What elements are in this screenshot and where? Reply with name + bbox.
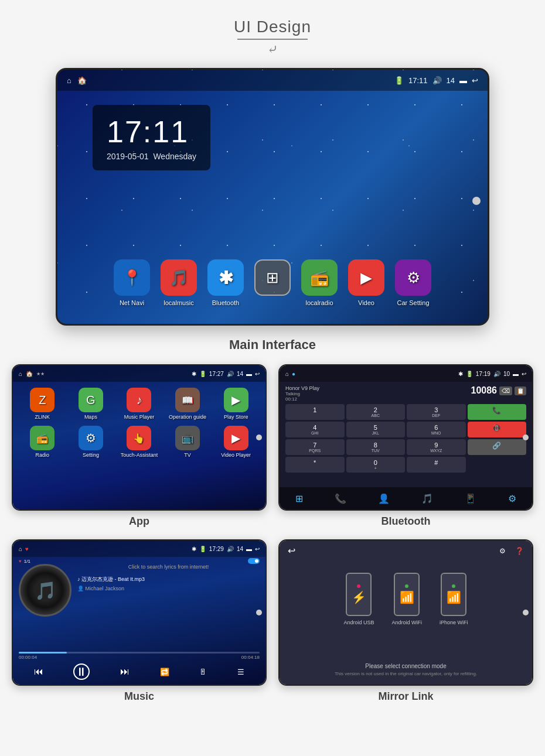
main-app-icons: 📍 Net Navi 🎵 localmusic ✱ Bluetooth ⊞ 📻 … <box>57 259 488 306</box>
mirror-bottom-text: Please select connection mode This versi… <box>280 663 532 676</box>
music-search-text: Click to search lyrics from internet! <box>77 564 260 570</box>
bt-action-link[interactable]: 🔗 <box>468 439 527 455</box>
screen-icon: ▬ <box>459 76 467 85</box>
app-localmusic[interactable]: 🎵 localmusic <box>161 259 197 306</box>
bt-key-6[interactable]: 6MNO <box>407 422 466 437</box>
chevron-down-icon: ⤶ <box>267 43 278 56</box>
bt-key-4[interactable]: 4GHI <box>285 422 345 437</box>
mirror-top-bar: ↩ ⚙ ❓ <box>280 541 532 561</box>
mirror-back-icon[interactable]: ↩ <box>288 545 295 556</box>
bt-key-2[interactable]: 2ABC <box>346 404 406 420</box>
mirror-iphone-wifi[interactable]: 📶 iPhone WiFi <box>440 573 468 625</box>
bt-key-0[interactable]: 0+ <box>346 457 406 473</box>
app-radio[interactable]: 📻 Radio <box>21 426 64 458</box>
music-progress: 00:00:04 00:04:18 <box>19 652 260 660</box>
bt-icon-phone[interactable]: 📱 <box>465 493 476 504</box>
music-next-icon[interactable]: ⏭ <box>120 666 130 677</box>
app-touch-assistant[interactable]: 👆 Touch-Assistant <box>118 426 161 458</box>
mirror-help-icon[interactable]: ❓ <box>515 547 524 555</box>
app-video[interactable]: ▶ Video <box>348 259 384 306</box>
music-current-time: 00:00:04 <box>19 655 37 660</box>
main-interface-wrapper: ⌂ 🏠 🔋 17:11 🔊 14 ▬ ↩ 17:11 2019-05-01 We… <box>56 68 489 326</box>
bt-key-9[interactable]: 9WXYZ <box>407 439 466 455</box>
bt-key-5[interactable]: 5JKL <box>346 422 406 437</box>
app-car-setting[interactable]: ⚙ Car Setting <box>395 259 431 306</box>
bluetooth-screen: ⌂● ✱🔋 17:19 🔊 10 ▬↩ Honor V9 Play <box>278 364 533 511</box>
music-album-art: 🎵 <box>19 564 71 617</box>
music-col: ⌂♥ ✱🔋 17:29 🔊 14 ▬↩ ♥ 1/1 <box>12 539 267 703</box>
clock-time: 17:11 <box>107 114 196 149</box>
mirror-screen: ↩ ⚙ ❓ ⚡ Android USB <box>278 539 533 686</box>
bt-icon-call[interactable]: 📞 <box>335 493 346 504</box>
main-screen: ⌂ 🏠 🔋 17:11 🔊 14 ▬ ↩ 17:11 2019-05-01 We… <box>56 68 489 326</box>
bluetooth-label: Bluetooth <box>382 515 431 528</box>
app-maps[interactable]: G Maps <box>70 388 113 420</box>
mirror-col: ↩ ⚙ ❓ ⚡ Android USB <box>278 539 533 703</box>
app-net-navi[interactable]: 📍 Net Navi <box>114 259 150 306</box>
app-tv[interactable]: 📺 TV <box>166 426 209 458</box>
bt-key-hash[interactable]: # <box>407 457 466 473</box>
bt-icon-contacts[interactable]: 👤 <box>378 493 390 504</box>
house-icon: 🏠 <box>77 76 87 85</box>
bt-key-3[interactable]: 3DEF <box>407 404 466 420</box>
main-battery: 14 <box>447 76 455 85</box>
music-artist: Michael Jackson <box>86 586 125 591</box>
music-eq-icon[interactable]: 🎚 <box>199 668 207 676</box>
app-status-bar: ⌂🏠★★ ✱🔋 17:27 🔊 14 ▬↩ <box>13 365 265 382</box>
mirror-scroll-dot <box>523 610 529 615</box>
bt-bottom-bar: ⊞ 📞 👤 🎵 📱 ⚙ <box>280 487 532 509</box>
app-setting[interactable]: ⚙ Setting <box>70 426 113 458</box>
bt-key-star[interactable]: * <box>285 457 345 473</box>
bt-call-number: 10086 <box>471 385 498 396</box>
app-zlink[interactable]: Z ZLINK <box>21 388 64 420</box>
bt-icon-settings[interactable]: ⚙ <box>508 493 516 504</box>
music-total-time: 00:04:18 <box>241 655 260 660</box>
page-title: UI Design <box>234 18 311 36</box>
bt-scroll-dot <box>523 435 529 440</box>
music-screen: ⌂♥ ✱🔋 17:29 🔊 14 ▬↩ ♥ 1/1 <box>12 539 267 686</box>
app-screen: ⌂🏠★★ ✱🔋 17:27 🔊 14 ▬↩ Z ZLINK <box>12 364 267 511</box>
volume-icon: 🔊 <box>432 76 442 85</box>
bt-key-7[interactable]: 7PQRS <box>285 439 345 455</box>
app-play-store[interactable]: ▶ Play Store <box>214 388 257 420</box>
battery-icon: 🔋 <box>394 76 404 85</box>
music-track: 迈克尔杰克逊 - Beat It.mp3 <box>81 576 145 582</box>
app-label: App <box>129 515 149 528</box>
title-underline <box>237 39 308 40</box>
app-operation-guide[interactable]: 📖 Operation guide <box>166 388 209 420</box>
app-menu[interactable]: ⊞ <box>254 259 291 306</box>
bt-device-name: Honor V9 Play <box>285 385 319 391</box>
two-col-grid: ⌂🏠★★ ✱🔋 17:27 🔊 14 ▬↩ Z ZLINK <box>12 364 533 703</box>
main-interface-label: Main Interface <box>229 337 316 353</box>
app-localradio[interactable]: 📻 localradio <box>301 259 338 306</box>
scroll-indicator <box>472 197 481 205</box>
bt-icon-keypad[interactable]: ⊞ <box>295 493 303 504</box>
main-time: 17:11 <box>408 76 428 85</box>
back-icon: ↩ <box>472 76 478 85</box>
mirror-label: Mirror Link <box>378 690 433 703</box>
music-repeat-icon[interactable]: 🔁 <box>160 668 169 676</box>
bt-call-status: Talking <box>285 391 319 396</box>
music-label: Music <box>124 690 154 703</box>
music-controls: ⏮ ⏸ ⏭ 🔁 🎚 ☰ <box>13 663 265 680</box>
main-status-bar: ⌂ 🏠 🔋 17:11 🔊 14 ▬ ↩ <box>57 70 488 91</box>
music-prev-icon[interactable]: ⏮ <box>34 666 43 677</box>
app-bluetooth[interactable]: ✱ Bluetooth <box>207 259 244 306</box>
app-music-player[interactable]: ♪ Music Player <box>118 388 161 420</box>
app-video-player[interactable]: ▶ Video Player <box>214 426 257 458</box>
mirror-android-wifi[interactable]: 📶 Android WiFi <box>392 573 423 625</box>
bt-key-1[interactable]: 1 <box>285 404 345 420</box>
mirror-phones: ⚡ Android USB 📶 Android WiFi <box>280 573 532 625</box>
bluetooth-col: ⌂● ✱🔋 17:19 🔊 10 ▬↩ Honor V9 Play <box>278 364 533 528</box>
bt-action-end[interactable]: 📵 <box>468 422 527 437</box>
music-pause-icon[interactable]: ⏸ <box>73 663 90 680</box>
bt-action-call[interactable]: 📞 <box>468 404 527 420</box>
music-status-bar: ⌂♥ ✱🔋 17:29 🔊 14 ▬↩ <box>13 541 265 557</box>
mirror-settings-icon[interactable]: ⚙ <box>499 547 506 555</box>
app-col: ⌂🏠★★ ✱🔋 17:27 🔊 14 ▬↩ Z ZLINK <box>12 364 267 528</box>
music-scroll-dot <box>256 610 262 615</box>
bt-key-8[interactable]: 8TUV <box>346 439 406 455</box>
mirror-android-usb[interactable]: ⚡ Android USB <box>343 573 374 625</box>
bt-icon-music[interactable]: 🎵 <box>421 493 433 504</box>
music-list-icon[interactable]: ☰ <box>237 668 244 676</box>
